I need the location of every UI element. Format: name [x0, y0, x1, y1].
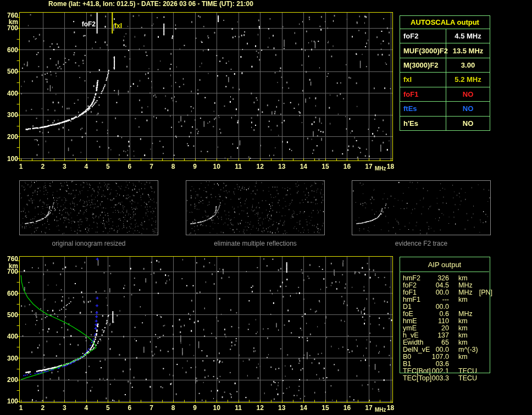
- x-tick-label: 3: [58, 163, 71, 170]
- autoscala-row-fxi: fxI5.2 MHz: [400, 73, 490, 87]
- autoscala-table-header: AUTOSCALA output: [400, 16, 490, 29]
- aip-row-value: 003.3: [431, 375, 449, 382]
- x-tick-label: 9: [189, 163, 202, 170]
- autoscala-row-ftes: ftEsNO: [400, 102, 490, 116]
- aip-row-unit: km: [458, 353, 468, 361]
- x-tick-label: 2: [36, 163, 49, 170]
- autoscala-row-value: 3.00: [446, 58, 490, 72]
- x-tick-label: 14: [297, 404, 310, 411]
- x-tick-label: 9: [189, 404, 202, 411]
- y-tick-label: 600: [0, 46, 18, 53]
- y-tick-label: 760: [0, 255, 18, 262]
- x-tick-label: 6: [123, 404, 136, 411]
- aip-row-d1: D100.0: [403, 303, 502, 311]
- autoscala-row-value: NO: [446, 87, 490, 101]
- x-tick-label: 1: [14, 163, 27, 170]
- thumbnail-caption-reflections: eliminate multiple reflections: [186, 240, 325, 247]
- autoscala-row-fof1: foF1NO: [400, 87, 490, 102]
- fxi-marker-label: fxI: [114, 22, 122, 30]
- autoscala-row-m3000f2: M(3000)F23.00: [400, 58, 490, 73]
- autoscala-row-value: 4.5 MHz: [446, 29, 490, 43]
- autoscala-row-fof2: foF24.5 MHz: [400, 29, 490, 43]
- x-tick-label: 11: [232, 404, 245, 411]
- autoscala-row-value: 13.5 MHz: [446, 43, 490, 57]
- x-tick-label: 4: [80, 404, 93, 411]
- aip-row-hmf1: hmF1---km: [403, 296, 502, 303]
- y-axis-unit-label: km: [0, 18, 18, 25]
- x-tick-label: 7: [145, 404, 158, 411]
- autoscala-row-muf3000f2: MUF(3000)F213.5 MHz: [400, 43, 490, 58]
- aip-header-divider: [400, 272, 489, 272]
- aip-row-delnve: DelN_vE00.0m^(-3): [403, 346, 502, 353]
- aip-row-unit: TECU: [458, 375, 477, 382]
- aip-row-foe: foE0.6MHz: [403, 311, 502, 318]
- x-tick-label: 3: [58, 404, 71, 411]
- autoscala-row-value: NO: [446, 102, 490, 115]
- aip-row-hmf2: hmF2326km: [403, 275, 502, 282]
- aip-row-unit: km: [458, 296, 468, 303]
- x-axis-unit-label: MHz: [375, 165, 386, 171]
- autoscala-row-label: M(3000)F2: [400, 58, 446, 72]
- x-tick-label: 14: [297, 163, 310, 170]
- y-tick-label: 300: [0, 355, 18, 362]
- x-tick-label: 4: [80, 163, 93, 170]
- autoscala-output-screen: Rome (lat: +41.8, lon: 012.5) - DATE: 20…: [0, 0, 532, 415]
- autoscala-row-label: MUF(3000)F2: [400, 43, 446, 57]
- autoscala-row-label: fxI: [400, 73, 446, 86]
- page-title: Rome (lat: +41.8, lon: 012.5) - DATE: 20…: [48, 0, 253, 8]
- aip-row-tectop: TEC[Top]003.3TECU: [403, 375, 502, 382]
- autoscala-output-table: AUTOSCALA output foF24.5 MHzMUF(3000)F21…: [400, 15, 490, 131]
- aip-row-hme: hmE110km: [403, 318, 502, 325]
- y-tick-label: 400: [0, 90, 18, 97]
- x-tick-label: 10: [210, 163, 223, 170]
- aip-output-table: hmF2326kmfoF204.5MHzfoF100.0MHz[PN]hmF1-…: [403, 275, 502, 382]
- y-tick-label: 300: [0, 111, 18, 118]
- x-tick-label: 16: [340, 163, 353, 170]
- aip-row-note: [PN]: [479, 289, 492, 296]
- x-tick-label: 8: [167, 163, 180, 170]
- x-axis-unit-label: MHz: [375, 407, 386, 413]
- x-tick-label: 16: [340, 404, 353, 411]
- autoscala-row-label: foF2: [400, 29, 446, 43]
- autoscala-row-label: h'Es: [400, 117, 446, 130]
- y-tick-label: 500: [0, 311, 18, 318]
- x-tick-label: 8: [167, 404, 180, 411]
- thumbnail-caption-f2-trace: evidence F2 trace: [352, 240, 491, 247]
- y-tick-label: 600: [0, 290, 18, 297]
- y-tick-label: 200: [0, 133, 18, 140]
- x-tick-label: 5: [101, 404, 114, 411]
- autoscala-row-value: NO: [446, 117, 490, 130]
- x-tick-label: 17: [362, 404, 375, 411]
- x-tick-label: 12: [253, 404, 267, 411]
- y-tick-label: 500: [0, 68, 18, 75]
- thumbnail-caption-original: original ionogram resized: [19, 240, 158, 247]
- x-tick-label: 13: [275, 404, 289, 411]
- x-tick-label: 1: [14, 404, 27, 411]
- aip-row-label: TEC[Top]: [403, 375, 431, 382]
- x-tick-label: 15: [319, 404, 332, 411]
- x-tick-label: 5: [101, 163, 114, 170]
- y-axis-unit-label: km: [0, 262, 18, 269]
- y-tick-label: 200: [0, 376, 18, 383]
- x-tick-label: 2: [36, 404, 49, 411]
- x-tick-label: 6: [123, 163, 136, 170]
- y-tick-label: 400: [0, 333, 18, 340]
- aip-table-header: AIP output: [400, 261, 490, 269]
- autoscala-row-value: 5.2 MHz: [446, 73, 490, 86]
- x-tick-label: 7: [145, 163, 158, 170]
- aip-row-b0: B0107.0km: [403, 353, 502, 361]
- autoscala-row-label: ftEs: [400, 102, 446, 115]
- y-tick-label: 100: [0, 155, 18, 162]
- x-tick-label: 17: [362, 163, 375, 170]
- x-tick-label: 10: [210, 404, 223, 411]
- fof2-marker-label: foF2: [73, 20, 96, 28]
- x-tick-label: 12: [253, 163, 267, 170]
- x-tick-label: 13: [275, 163, 289, 170]
- autoscala-row-label: foF1: [400, 87, 446, 101]
- x-tick-label: 11: [232, 163, 245, 170]
- x-tick-label: 15: [319, 163, 332, 170]
- autoscala-row-hes: h'EsNO: [400, 117, 490, 130]
